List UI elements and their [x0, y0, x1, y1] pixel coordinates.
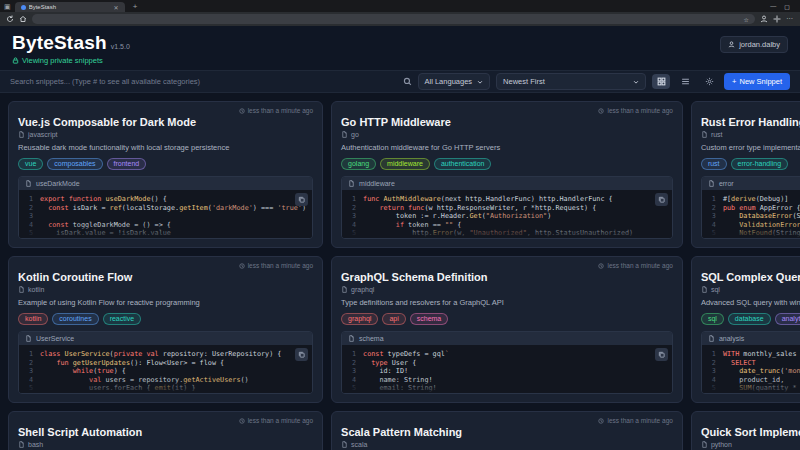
code-block: 1class UserService(private val repositor… [19, 345, 312, 393]
snippet-title: GraphQL Schema Definition [341, 271, 673, 283]
chevron-down-icon [477, 79, 483, 85]
snippet-card[interactable]: less than a minute ago GraphQL Schema De… [331, 256, 683, 403]
grid-view-button[interactable] [652, 74, 670, 89]
snippet-timestamp: less than a minute ago [701, 107, 800, 114]
tag-pill[interactable]: composables [47, 158, 102, 170]
browser-menu-icon[interactable]: ⋯ [786, 15, 794, 23]
code-block: 1export function useDarkMode() { 2 const… [19, 190, 312, 238]
browser-tab[interactable]: ByteStash ✕ [15, 2, 125, 12]
fragment-header[interactable]: UserService [19, 332, 312, 345]
tag-pill[interactable]: middleware [380, 158, 430, 170]
snippet-language: kotlin [18, 286, 313, 293]
search-field[interactable] [10, 77, 412, 86]
fragment-header[interactable]: useDarkMode [19, 177, 312, 190]
private-snippets-status: Viewing private snippets [12, 56, 130, 65]
bookmark-star-icon[interactable]: ☆ [744, 16, 749, 23]
tag-pill[interactable]: rust [701, 158, 727, 170]
clock-icon [598, 108, 604, 114]
new-snippet-button[interactable]: + New Snippet [724, 73, 790, 90]
tag-pill[interactable]: schema [410, 313, 449, 325]
code-fragment: error 1#[derive(Debug)] 2pub enum AppErr… [701, 176, 800, 239]
snippet-description: Example of using Kotlin Flow for reactiv… [18, 298, 313, 307]
tag-pill[interactable]: authentication [434, 158, 492, 170]
fragment-header[interactable]: schema [342, 332, 672, 345]
user-icon [728, 41, 735, 48]
file-icon [708, 180, 715, 187]
tag-pill[interactable]: api [382, 313, 405, 325]
snippet-card[interactable]: less than a minute ago Vue.js Composable… [8, 101, 323, 248]
snippet-description: Reusable dark mode functionality with lo… [18, 143, 313, 152]
tag-pill[interactable]: vue [18, 158, 43, 170]
snippet-card[interactable]: less than a minute ago Kotlin Coroutine … [8, 256, 323, 403]
snippet-card[interactable]: less than a minute ago Quick Sort Implem… [691, 411, 800, 450]
minimize-icon[interactable]: — [770, 3, 776, 10]
snippet-language: python [701, 441, 800, 448]
snippet-title: Vue.js Composable for Dark Mode [18, 116, 313, 128]
list-view-button[interactable] [676, 74, 694, 89]
language-filter-dropdown[interactable]: All Languages [418, 73, 491, 90]
snippet-card[interactable]: less than a minute ago Scala Pattern Mat… [331, 411, 683, 450]
copy-button[interactable] [295, 193, 308, 206]
snippet-title: Shell Script Automation [18, 426, 313, 438]
tab-close-icon[interactable]: ✕ [114, 4, 119, 11]
reload-icon[interactable] [6, 15, 14, 23]
fragment-header[interactable]: error [702, 177, 800, 190]
document-icon [701, 441, 708, 448]
snippet-tags: graphqlapischema [341, 313, 673, 325]
chevron-down-icon [633, 79, 639, 85]
copy-icon [658, 351, 665, 358]
code-block: 1#[derive(Debug)] 2pub enum AppError { 3… [702, 190, 800, 238]
tag-pill[interactable]: coroutines [52, 313, 98, 325]
grid-icon [657, 77, 666, 86]
snippet-card[interactable]: less than a minute ago SQL Complex Query… [691, 256, 800, 403]
app-version: v1.5.0 [111, 43, 130, 50]
browser-settings-icon[interactable] [773, 15, 781, 23]
tag-pill[interactable]: kotlin [18, 313, 48, 325]
tab-search-icon[interactable]: ▣ [4, 3, 11, 10]
snippet-grid: less than a minute ago Vue.js Composable… [0, 93, 800, 450]
code-fragment: analysis 1WITH monthly_sales AS ( 2 SELE… [701, 331, 800, 394]
tag-pill[interactable]: database [728, 313, 771, 325]
document-icon [701, 286, 708, 293]
file-icon [25, 180, 32, 187]
code-fragment: useDarkMode 1export function useDarkMode… [18, 176, 313, 239]
maximize-icon[interactable]: ▢ [784, 3, 790, 10]
clock-icon [239, 418, 245, 424]
snippet-timestamp: less than a minute ago [701, 262, 800, 269]
snippet-card[interactable]: less than a minute ago Shell Script Auto… [8, 411, 323, 450]
profile-icon[interactable] [760, 15, 768, 23]
copy-button[interactable] [655, 193, 668, 206]
settings-button[interactable] [700, 74, 718, 89]
tag-pill[interactable]: sql [701, 313, 724, 325]
copy-button[interactable] [655, 348, 668, 361]
snippet-language: javascript [18, 131, 313, 138]
tag-pill[interactable]: golang [341, 158, 376, 170]
tag-pill[interactable]: graphql [341, 313, 378, 325]
address-bar[interactable]: ☆ [32, 14, 755, 24]
snippet-description: Custom error type implementation with er… [701, 143, 800, 152]
search-input[interactable] [10, 77, 399, 86]
fragment-header[interactable]: analysis [702, 332, 800, 345]
tag-pill[interactable]: error-handling [731, 158, 789, 170]
snippet-language: go [341, 131, 673, 138]
home-icon[interactable] [19, 15, 27, 23]
snippet-description: Authentication middleware for Go HTTP se… [341, 143, 673, 152]
user-menu-button[interactable]: jordan.dalby [720, 36, 788, 53]
snippet-language: bash [18, 441, 313, 448]
code-fragment: UserService 1class UserService(private v… [18, 331, 313, 394]
copy-button[interactable] [295, 348, 308, 361]
fragment-header[interactable]: middleware [342, 177, 672, 190]
url-input[interactable] [38, 16, 744, 22]
snippet-card[interactable]: less than a minute ago Rust Error Handli… [691, 101, 800, 248]
browser-toolbar: ☆ ⋯ [0, 12, 800, 26]
tag-pill[interactable]: reactive [103, 313, 142, 325]
tag-pill[interactable]: frontend [107, 158, 147, 170]
sort-order-dropdown[interactable]: Newest First [496, 73, 646, 90]
new-tab-button[interactable]: + [129, 2, 142, 11]
snippet-timestamp: less than a minute ago [341, 262, 673, 269]
snippet-tags: rusterror-handling [701, 158, 800, 170]
tag-pill[interactable]: analytics [775, 313, 800, 325]
document-icon [701, 131, 708, 138]
list-icon [681, 77, 690, 86]
snippet-card[interactable]: less than a minute ago Go HTTP Middlewar… [331, 101, 683, 248]
